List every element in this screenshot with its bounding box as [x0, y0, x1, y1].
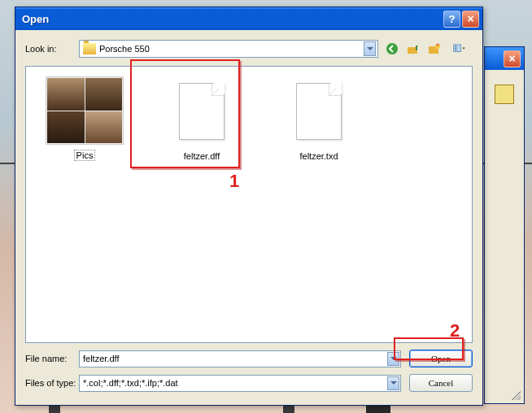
file-item-feltzer-txd[interactable]: feltzer.txd — [270, 76, 368, 161]
annotation-number-1: 1 — [229, 171, 239, 192]
dialog-title: Open — [22, 13, 442, 25]
filetype-combo[interactable]: *.col;*.dff;*.txd;*.ifp;*.dat — [79, 375, 401, 392]
lookin-dropdown-button[interactable] — [364, 41, 376, 56]
file-page-icon — [296, 83, 342, 140]
lookin-value: Porsche 550 — [99, 44, 364, 54]
filetype-dropdown-button[interactable] — [387, 376, 399, 390]
svg-rect-4 — [454, 45, 461, 52]
up-button[interactable] — [404, 40, 422, 58]
file-item-pics[interactable]: Pics — [36, 76, 133, 161]
bg-side-icon — [495, 85, 514, 104]
filetype-value: *.col;*.dff;*.txd;*.ifp;*.dat — [83, 378, 178, 388]
chevron-down-icon — [390, 381, 397, 385]
bg-resize-grip[interactable] — [509, 389, 521, 400]
filename-value: feltzer.dff — [83, 354, 119, 363]
file-name-label: feltzer.txd — [299, 151, 338, 161]
annotation-box-1 — [130, 59, 240, 168]
svg-point-0 — [386, 43, 398, 54]
svg-rect-6 — [455, 48, 456, 49]
help-button[interactable]: ? — [443, 11, 460, 28]
folder-thumbnail-icon — [46, 76, 124, 145]
folder-icon — [83, 43, 96, 54]
new-folder-button[interactable] — [425, 40, 443, 58]
new-folder-icon — [428, 42, 441, 55]
svg-rect-5 — [455, 46, 456, 46]
lookin-combo[interactable]: Porsche 550 — [79, 40, 378, 58]
back-arrow-icon — [386, 42, 399, 55]
bg-close-button[interactable]: × — [504, 50, 521, 67]
view-icon — [453, 42, 466, 55]
chevron-down-icon — [367, 47, 373, 50]
lookin-label: Look in: — [25, 44, 79, 54]
annotation-number-2: 2 — [450, 320, 460, 341]
folder-up-icon — [407, 42, 420, 55]
filename-label: File name: — [25, 354, 79, 363]
file-name-label: Pics — [74, 150, 96, 161]
close-button[interactable]: × — [462, 11, 479, 28]
background-window: × — [484, 46, 525, 404]
view-menu-button[interactable] — [447, 40, 473, 58]
file-list-view[interactable]: Pics feltzer.dff feltzer.txd — [25, 66, 473, 343]
filetype-label: Files of type: — [25, 378, 79, 388]
filename-input[interactable]: feltzer.dff — [79, 350, 401, 367]
titlebar[interactable]: Open ? × — [15, 7, 482, 30]
cancel-button[interactable]: Cancel — [409, 374, 473, 392]
back-button[interactable] — [383, 40, 401, 58]
svg-rect-7 — [455, 50, 456, 50]
